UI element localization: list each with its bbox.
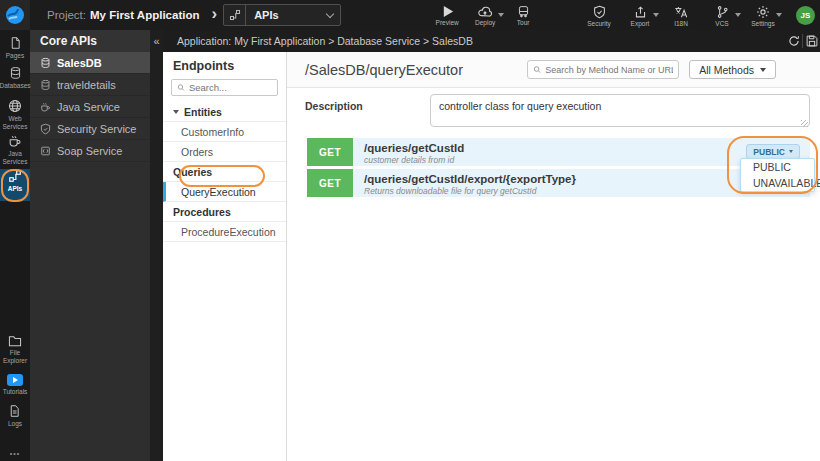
preview-button[interactable]: Preview	[433, 5, 461, 26]
endpoints-title: Endpoints	[163, 52, 286, 77]
core-api-item-java-service[interactable]: Java Service	[30, 96, 150, 118]
database-icon	[40, 79, 51, 91]
folder-icon	[8, 335, 22, 347]
core-api-item-traveldetails[interactable]: traveldetails	[30, 74, 150, 96]
database-icon	[40, 57, 51, 69]
section-header-procedures[interactable]: Procedures	[163, 202, 286, 222]
workspace-selector[interactable]: APIs	[223, 4, 341, 26]
collapse-panel-button[interactable]: «	[150, 30, 163, 52]
apis-icon	[224, 5, 246, 25]
core-api-item-salesdb[interactable]: SalesDB	[30, 52, 150, 74]
endpoint-item-queryexecution[interactable]: QueryExecution	[163, 182, 286, 202]
endpoints-search-input[interactable]	[189, 82, 272, 93]
all-methods-dropdown[interactable]: All Methods	[689, 60, 776, 79]
panel-divider-strip: «	[150, 30, 163, 461]
export-button[interactable]: Export	[626, 5, 654, 27]
sidebar-item-apis[interactable]: APIs	[0, 169, 30, 201]
deploy-button[interactable]: Deploy	[471, 5, 499, 26]
tour-button[interactable]: Tour	[509, 5, 537, 26]
sidebar-item-web-services[interactable]: Web Services	[0, 99, 30, 134]
rail-bottom-group: File Explorer Tutorials Logs	[0, 335, 30, 437]
video-play-icon	[7, 374, 23, 386]
description-textarea[interactable]: controller class for query execution	[430, 94, 810, 127]
play-icon	[441, 5, 454, 18]
method-badge: GET	[307, 169, 353, 197]
project-name: My First Application	[90, 9, 199, 21]
section-header-entities[interactable]: Entities	[163, 102, 286, 122]
gear-icon	[756, 5, 770, 19]
caret-down-icon	[735, 13, 741, 17]
shield-icon	[593, 5, 606, 19]
wavemaker-logo-icon	[5, 5, 25, 25]
api-path: /queries/getCustId	[364, 142, 464, 155]
sidebar-item-logs[interactable]: Logs	[8, 404, 22, 428]
coffee-icon	[8, 134, 22, 148]
endpoints-panel: Endpoints Entities CustomerInfo Orders Q…	[163, 52, 287, 461]
description-label: Description	[305, 100, 363, 112]
method-search-input[interactable]	[545, 65, 673, 75]
translate-icon	[674, 5, 688, 19]
topbar-actions: Preview Deploy Tour	[433, 5, 537, 26]
shield-icon	[40, 123, 51, 135]
api-row-getcustid[interactable]: GET /queries/getCustId customer details …	[307, 138, 810, 166]
api-summary: Returns downloadable file for query getC…	[364, 186, 576, 196]
method-search[interactable]	[527, 60, 679, 79]
menu-option-public[interactable]: PUBLIC	[741, 159, 814, 175]
api-icon	[8, 169, 22, 183]
security-button[interactable]: Security	[585, 5, 613, 27]
breadcrumb: Application: My First Application > Data…	[177, 35, 473, 47]
refresh-button[interactable]	[785, 30, 802, 52]
method-badge: GET	[307, 138, 353, 166]
settings-button[interactable]: Settings	[749, 5, 777, 27]
access-level-button[interactable]: PUBLIC	[746, 144, 800, 159]
sidebar-item-tutorials[interactable]: Tutorials	[3, 374, 28, 396]
sidebar-item-file-explorer[interactable]: File Explorer	[0, 335, 30, 365]
breadcrumb-actions	[785, 30, 820, 52]
page-icon	[9, 36, 22, 50]
user-avatar[interactable]: JS	[796, 6, 815, 25]
breadcrumb-chevron-icon: ›	[211, 4, 217, 24]
core-api-item-security-service[interactable]: Security Service	[30, 118, 150, 140]
main-content: /SalesDB/queryExecutor All Methods Descr…	[287, 52, 820, 461]
core-apis-header: Core APIs	[30, 30, 150, 52]
section-header-queries[interactable]: Queries	[163, 162, 286, 182]
main-title-bar: /SalesDB/queryExecutor All Methods	[287, 52, 820, 88]
coffee-icon	[40, 101, 51, 113]
cloud-upload-icon	[477, 5, 493, 18]
project-label: Project:My First Application	[47, 9, 199, 21]
api-row-getcustid-export[interactable]: GET /queries/getCustId/export/{exportTyp…	[307, 169, 810, 197]
core-apis-panel: Core APIs SalesDB traveldetails Java Ser…	[30, 30, 150, 461]
save-icon	[806, 35, 818, 47]
core-api-item-soap-service[interactable]: Soap Service	[30, 140, 150, 162]
top-bar: Project:My First Application › APIs Prev…	[0, 0, 820, 30]
caret-down-icon	[789, 150, 793, 153]
endpoint-item-orders[interactable]: Orders	[163, 142, 286, 162]
menu-option-unavailable[interactable]: UNAVAILABLE	[741, 175, 814, 191]
app-logo[interactable]	[0, 0, 30, 30]
triangle-down-icon	[173, 110, 179, 114]
breadcrumb-bar: Application: My First Application > Data…	[163, 30, 820, 52]
search-icon	[533, 65, 541, 74]
workspace-selector-label: APIs	[254, 9, 327, 21]
vcs-button[interactable]: VCS	[708, 5, 736, 27]
branch-icon	[716, 5, 729, 19]
endpoints-search[interactable]	[171, 79, 278, 96]
soap-icon	[40, 145, 51, 157]
database-icon	[9, 66, 22, 80]
topbar-right-actions: Security Export I18N	[585, 4, 820, 27]
access-level-menu: PUBLIC UNAVAILABLE	[740, 158, 815, 192]
sidebar-item-java-services[interactable]: Java Services	[0, 134, 30, 169]
i18n-button[interactable]: I18N	[667, 5, 695, 27]
rail-overflow-button[interactable]: •••	[0, 450, 30, 457]
search-icon	[177, 83, 185, 92]
left-nav-rail: Pages Databases Web Services Java Servic…	[0, 30, 30, 461]
bus-icon	[517, 5, 530, 18]
sidebar-item-pages[interactable]: Pages	[0, 36, 30, 66]
endpoint-item-customerinfo[interactable]: CustomerInfo	[163, 122, 286, 142]
api-path: /queries/getCustId/export/{exportType}	[364, 173, 576, 186]
endpoint-item-procedureexecution[interactable]: ProcedureExecution	[163, 222, 286, 242]
sidebar-item-databases[interactable]: Databases	[0, 66, 30, 99]
caret-down-icon	[776, 13, 782, 17]
caret-down-icon	[653, 13, 659, 17]
save-button[interactable]	[803, 30, 820, 52]
